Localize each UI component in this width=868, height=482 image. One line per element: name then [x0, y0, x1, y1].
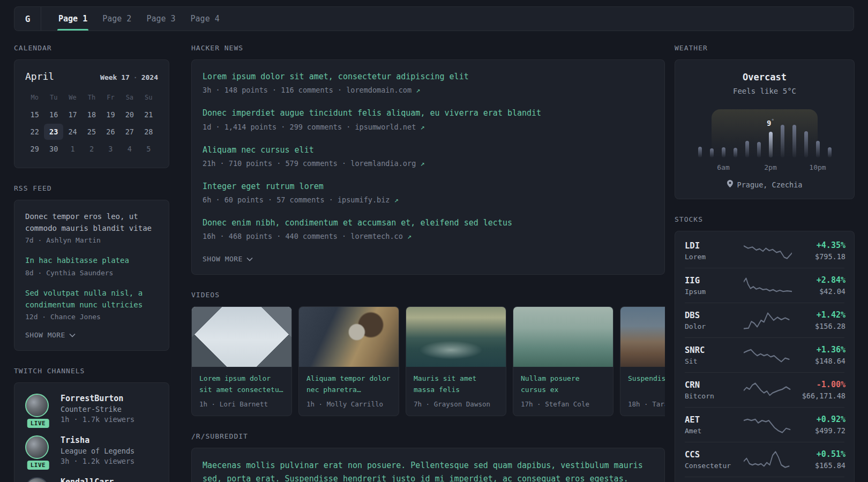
stock-info: LDILorem	[685, 241, 744, 261]
stock-row: LDILorem+4.35%$795.18	[685, 234, 844, 268]
twitch-channel-row[interactable]: LIVETrishaLeague of Legends3h · 1.2k vie…	[25, 435, 158, 465]
stock-price: $165.84	[792, 461, 845, 470]
twitch-channel-info: TrishaLeague of Legends3h · 1.2k viewers	[61, 435, 134, 465]
video-meta: 17h · Stefan Cole	[521, 400, 605, 408]
external-link-icon[interactable]: ↗	[416, 86, 420, 94]
video-title-link[interactable]: Nullam posuere cursus ex	[521, 373, 605, 396]
location-pin-icon	[727, 180, 733, 189]
rss-show-more-button[interactable]: SHOW MORE	[25, 331, 76, 339]
calendar-year: 2024	[141, 73, 158, 81]
hacker-news-item-link[interactable]: Donec enim nibh, condimentum et accumsan…	[203, 217, 654, 229]
hacker-news-item: Lorem ipsum dolor sit amet, consectetur …	[203, 71, 654, 94]
calendar-day: 19	[101, 107, 120, 123]
video-card-body: Nullam posuere cursus ex17h · Stefan Col…	[513, 367, 613, 416]
twitch-avatar-wrap: LIVE	[25, 435, 51, 465]
twitch-channel-game: League of Legends	[61, 447, 134, 455]
rss-item-link[interactable]: In hac habitasse platea	[25, 255, 158, 267]
calendar-day: 2	[82, 141, 101, 157]
calendar-day: 27	[120, 124, 139, 140]
stock-ticker: LDI	[685, 241, 744, 251]
videos-carousel: Lorem ipsum dolor sit amet consectetu…1h…	[191, 306, 665, 416]
calendar-dow-label: Tu	[44, 89, 63, 106]
stock-row: AETAmet+0.92%$499.72	[685, 407, 844, 442]
stock-name: Consectetur	[685, 462, 744, 470]
external-link-icon[interactable]: ↗	[407, 232, 411, 240]
calendar-day: 18	[82, 107, 101, 123]
video-title-link[interactable]: Aliquam tempor dolor nec pharetra…	[306, 373, 391, 396]
subreddit-card: Maecenas mollis pulvinar erat non posuer…	[191, 448, 665, 482]
calendar-day: 21	[139, 107, 158, 123]
chevron-down-icon	[246, 257, 253, 261]
hacker-news-show-more-label: SHOW MORE	[203, 255, 243, 263]
video-meta: 7h · Grayson Dawson	[414, 400, 498, 408]
tab-page-2[interactable]: Page 2	[95, 7, 139, 31]
external-link-icon[interactable]: ↗	[394, 195, 399, 204]
hacker-news-item-link[interactable]: Integer eget rutrum lorem	[203, 180, 654, 193]
tab-page-4[interactable]: Page 4	[183, 7, 227, 31]
calendar-section: CALENDAR April Week 17 · 2024 MoTuWeThFr…	[14, 44, 169, 168]
subreddit-post-link[interactable]: Maecenas mollis pulvinar erat non posuer…	[203, 459, 654, 482]
external-link-icon[interactable]: ↗	[420, 159, 424, 168]
stocks-card: LDILorem+4.35%$795.18IIGIpsum+2.84%$42.0…	[675, 231, 855, 482]
weather-section: WEATHER Overcast Feels like 5°C 9°6am2pm…	[675, 44, 855, 199]
weather-feels-like: Feels like 5°C	[684, 87, 845, 95]
avatar	[25, 394, 49, 417]
hacker-news-show-more-button[interactable]: SHOW MORE	[203, 255, 253, 263]
live-badge: LIVE	[27, 419, 49, 428]
external-link-icon[interactable]: ↗	[420, 123, 424, 131]
video-card[interactable]: Aliquam tempor dolor nec pharetra…1h · M…	[298, 306, 399, 416]
avatar	[25, 477, 49, 482]
stock-price: $148.64	[792, 357, 845, 365]
video-card[interactable]: Mauris sit amet massa felis7h · Grayson …	[406, 306, 506, 416]
video-card[interactable]: Nullam posuere cursus ex17h · Stefan Col…	[513, 306, 613, 416]
weather-hour-bar	[745, 141, 749, 157]
stock-change: -1.00%	[792, 380, 845, 389]
hacker-news-item-link[interactable]: Lorem ipsum dolor sit amet, consectetur …	[203, 71, 654, 83]
weather-time-label: 6am	[717, 163, 729, 171]
stock-row: CRNBitcorn-1.00%$66,171.48	[685, 372, 844, 407]
video-card[interactable]: Suspendisse diam18h · Tara	[620, 306, 665, 416]
tab-page-1[interactable]: Page 1	[51, 7, 95, 31]
weather-hour-bar	[757, 142, 761, 157]
stock-info: DBSDolor	[685, 311, 744, 330]
stocks-section-title: STOCKS	[675, 215, 855, 223]
video-title-link[interactable]: Suspendisse diam	[628, 373, 665, 396]
twitch-channel-name: KendallCarr	[61, 477, 114, 482]
stock-row: CCSConsectetur+0.51%$165.84	[685, 442, 844, 477]
stock-sparkline	[744, 380, 792, 400]
stock-row: AHS+0.46%	[685, 477, 844, 482]
calendar-dow-label: Su	[139, 89, 158, 106]
stock-row: SNRCSit+1.36%$148.64	[685, 337, 844, 372]
stock-price: $795.18	[792, 252, 845, 261]
video-thumbnail-sea	[406, 307, 506, 367]
calendar-day: 24	[63, 124, 82, 140]
stock-values: +1.36%$148.64	[792, 345, 845, 365]
stock-price: $66,171.48	[792, 391, 845, 400]
twitch-channel-row[interactable]: KendallCarr	[25, 477, 158, 482]
video-title-link[interactable]: Lorem ipsum dolor sit amet consectetu…	[199, 373, 284, 396]
video-title-link[interactable]: Mauris sit amet massa felis	[414, 373, 498, 396]
rss-item-link[interactable]: Sed volutpat nulla nisl, a condimentum n…	[25, 288, 158, 311]
weather-hour-bar	[781, 125, 784, 157]
twitch-channel-row[interactable]: LIVEForrestBurtonCounter-Strike1h · 1.7k…	[25, 394, 158, 424]
tab-page-3[interactable]: Page 3	[139, 7, 183, 31]
separator-dot: ·	[133, 73, 138, 81]
rss-item-meta: 8d · Cynthia Saunders	[25, 269, 158, 277]
weather-card: Overcast Feels like 5°C 9°6am2pm10pm Pra…	[675, 59, 855, 199]
stock-name: Ipsum	[685, 288, 744, 296]
rss-item-link[interactable]: Donec tempor eros leo, ut commodo mauris…	[25, 211, 158, 234]
hacker-news-item-link[interactable]: Donec imperdiet augue tincidunt felis al…	[203, 107, 654, 119]
twitch-channel-info: ForrestBurtonCounter-Strike1h · 1.7k vie…	[61, 394, 134, 424]
hacker-news-list: Lorem ipsum dolor sit amet, consectetur …	[203, 71, 654, 240]
calendar-day: 28	[139, 124, 158, 140]
weather-hour-bar	[804, 131, 808, 157]
hacker-news-item-link[interactable]: Aliquam nec cursus elit	[203, 144, 654, 156]
weather-condition: Overcast	[684, 72, 845, 82]
video-card[interactable]: Lorem ipsum dolor sit amet consectetu…1h…	[191, 306, 292, 416]
video-card-body: Lorem ipsum dolor sit amet consectetu…1h…	[192, 367, 291, 416]
stock-name: Amet	[685, 427, 744, 435]
stock-ticker: AET	[685, 415, 744, 425]
calendar-day: 30	[44, 141, 63, 157]
calendar-day: 22	[25, 124, 44, 140]
calendar-day: 15	[25, 107, 44, 123]
